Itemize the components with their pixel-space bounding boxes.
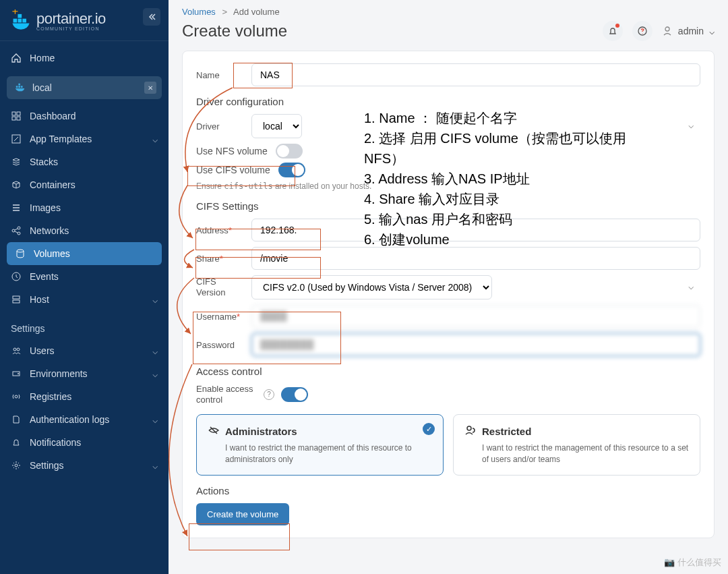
clock-icon bbox=[11, 271, 22, 282]
sidebar-item-auth-logs[interactable]: Authentication logs⌵ bbox=[0, 408, 169, 431]
sidebar-item-volumes[interactable]: Volumes bbox=[7, 242, 162, 265]
box-icon bbox=[11, 179, 22, 190]
sidebar-item-label: Stacks bbox=[30, 156, 58, 167]
svg-point-16 bbox=[18, 227, 20, 229]
chevron-down-icon: ⌵ bbox=[152, 368, 158, 379]
nfs-label: Use NFS volume bbox=[196, 146, 268, 156]
version-label: CIFS Version bbox=[196, 277, 243, 297]
sidebar-item-label: Notifications bbox=[30, 437, 81, 448]
username-label: Username* bbox=[196, 312, 243, 322]
sidebar-item-notifications[interactable]: Notifications bbox=[0, 431, 169, 454]
sidebar-item-label: Home bbox=[30, 53, 55, 63]
sidebar-item-app-templates[interactable]: App Templates⌵ bbox=[0, 127, 169, 150]
username-input[interactable] bbox=[251, 305, 700, 328]
svg-point-18 bbox=[17, 250, 24, 252]
username: admin bbox=[678, 26, 704, 36]
sidebar-item-events[interactable]: Events bbox=[0, 265, 169, 288]
edit-icon bbox=[11, 134, 22, 144]
breadcrumb-current: Add volume bbox=[233, 7, 280, 17]
sidebar-item-containers[interactable]: Containers bbox=[0, 173, 169, 196]
share-icon bbox=[11, 225, 22, 236]
sidebar-item-stacks[interactable]: Stacks bbox=[0, 150, 169, 173]
close-icon[interactable]: ✕ bbox=[144, 82, 156, 94]
access-card-administrators[interactable]: ✓ Administrators I want to restrict the … bbox=[196, 414, 444, 476]
sidebar-item-settings[interactable]: Settings⌵ bbox=[0, 454, 169, 477]
admin-desc: I want to restrict the management of thi… bbox=[208, 442, 432, 465]
brand: portainer.io COMMUNITY EDITION bbox=[0, 0, 169, 41]
sidebar-item-users[interactable]: Users⌵ bbox=[0, 339, 169, 362]
name-input[interactable] bbox=[251, 63, 700, 86]
access-card-restricted[interactable]: Restricted I want to restrict the manage… bbox=[453, 414, 700, 476]
share-input[interactable] bbox=[251, 247, 700, 270]
sidebar-item-label: App Templates bbox=[30, 134, 92, 144]
svg-rect-2 bbox=[18, 14, 22, 18]
sidebar-item-label: Users bbox=[30, 345, 55, 356]
address-input[interactable] bbox=[251, 219, 700, 241]
cifs-section-title: CIFS Settings bbox=[196, 200, 700, 212]
sidebar-item-environments[interactable]: Environments⌵ bbox=[0, 362, 169, 385]
svg-point-15 bbox=[12, 229, 15, 232]
svg-point-29 bbox=[665, 27, 669, 31]
brand-name: portainer.io bbox=[36, 10, 106, 28]
create-volume-button[interactable]: Create the volume bbox=[196, 503, 289, 525]
svg-rect-9 bbox=[21, 86, 23, 88]
restricted-title: Restricted bbox=[482, 426, 531, 437]
restricted-desc: I want to restrict the management of thi… bbox=[464, 442, 689, 465]
chevron-down-icon: ⌵ bbox=[709, 26, 715, 36]
chevron-down-icon: ⌵ bbox=[152, 460, 158, 471]
access-toggle[interactable] bbox=[281, 387, 308, 402]
driver-select[interactable]: local bbox=[251, 114, 302, 138]
svg-rect-4 bbox=[15, 9, 16, 14]
sidebar-item-dashboard[interactable]: Dashboard bbox=[0, 105, 169, 127]
sidebar-item-networks[interactable]: Networks bbox=[0, 219, 169, 242]
actions-section-title: Actions bbox=[196, 485, 700, 496]
svg-rect-13 bbox=[17, 117, 20, 120]
breadcrumb-root[interactable]: Volumes bbox=[182, 7, 216, 17]
svg-rect-7 bbox=[18, 86, 20, 88]
help-icon[interactable]: ? bbox=[264, 389, 274, 400]
svg-point-23 bbox=[17, 348, 20, 351]
file-icon bbox=[11, 414, 22, 425]
cifs-hint: Ensure cifs-utils are installed on your … bbox=[196, 181, 700, 191]
environment-name: local bbox=[32, 82, 52, 93]
docker-icon bbox=[15, 82, 26, 93]
server-icon bbox=[11, 294, 22, 305]
gear-icon bbox=[11, 460, 22, 471]
sidebar-item-label: Registries bbox=[30, 391, 71, 402]
svg-point-26 bbox=[15, 395, 18, 398]
nfs-toggle[interactable] bbox=[276, 144, 303, 159]
chevron-down-icon: ⌵ bbox=[152, 294, 158, 305]
notification-badge bbox=[615, 24, 619, 28]
settings-section-label: Settings bbox=[0, 311, 169, 339]
sidebar-item-registries[interactable]: Registries bbox=[0, 385, 169, 408]
driver-section-title: Driver configuration bbox=[196, 96, 700, 107]
sidebar-item-label: Settings bbox=[30, 460, 64, 471]
access-enable-label: Enable access control bbox=[196, 384, 257, 405]
password-input[interactable] bbox=[251, 333, 700, 356]
help-button[interactable] bbox=[632, 21, 653, 41]
svg-rect-3 bbox=[22, 19, 26, 23]
chevron-down-icon: ⌵ bbox=[152, 414, 158, 425]
cifs-toggle[interactable] bbox=[278, 163, 305, 177]
svg-rect-12 bbox=[12, 117, 16, 120]
notifications-button[interactable] bbox=[603, 21, 623, 41]
brand-edition: COMMUNITY EDITION bbox=[36, 26, 106, 31]
svg-point-17 bbox=[18, 232, 20, 235]
sidebar-item-label: Networks bbox=[30, 225, 69, 236]
sidebar-item-images[interactable]: Images bbox=[0, 196, 169, 219]
collapse-sidebar-button[interactable] bbox=[143, 8, 160, 26]
bell-icon bbox=[11, 437, 22, 448]
sidebar-item-host[interactable]: Host⌵ bbox=[0, 288, 169, 311]
list-icon bbox=[11, 202, 22, 213]
sidebar-item-home[interactable]: Home bbox=[0, 47, 169, 69]
svg-rect-10 bbox=[12, 112, 16, 115]
logo-icon bbox=[11, 8, 31, 32]
breadcrumb: Volumes > Add volume bbox=[169, 0, 728, 20]
chevron-down-icon: ⌵ bbox=[152, 134, 158, 144]
driver-label: Driver bbox=[196, 121, 243, 132]
svg-rect-21 bbox=[13, 300, 20, 303]
version-select[interactable]: CIFS v2.0 (Used by Windows Vista / Serve… bbox=[251, 275, 492, 299]
user-menu[interactable]: admin ⌵ bbox=[662, 26, 715, 36]
address-label: Address* bbox=[196, 225, 243, 235]
sidebar-environment[interactable]: local ✕ bbox=[7, 76, 162, 99]
